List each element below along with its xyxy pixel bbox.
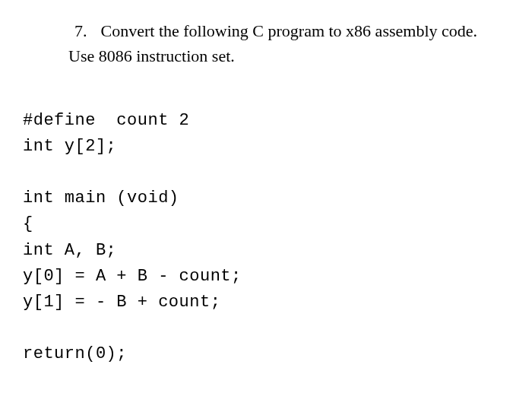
question-text-line2: Use 8086 instruction set. — [68, 43, 509, 68]
code-line: return(0); — [23, 344, 127, 363]
code-line: y[1] = - B + count; — [23, 293, 220, 312]
question-prompt: 7.Convert the following C program to x86… — [53, 18, 509, 68]
code-line: int y[2]; — [23, 137, 116, 156]
question-line1: 7.Convert the following C program to x86… — [53, 18, 509, 43]
code-line: int A, B; — [23, 241, 116, 260]
code-line: int main (void) — [23, 189, 179, 208]
question-text-line1: Convert the following C program to x86 a… — [101, 21, 478, 40]
code-line: { — [23, 214, 33, 233]
code-block: #define count 2 int y[2]; int main (void… — [23, 82, 509, 393]
code-line: y[0] = A + B - count; — [23, 267, 242, 286]
code-line: #define count 2 — [23, 111, 189, 130]
question-number: 7. — [74, 18, 87, 43]
